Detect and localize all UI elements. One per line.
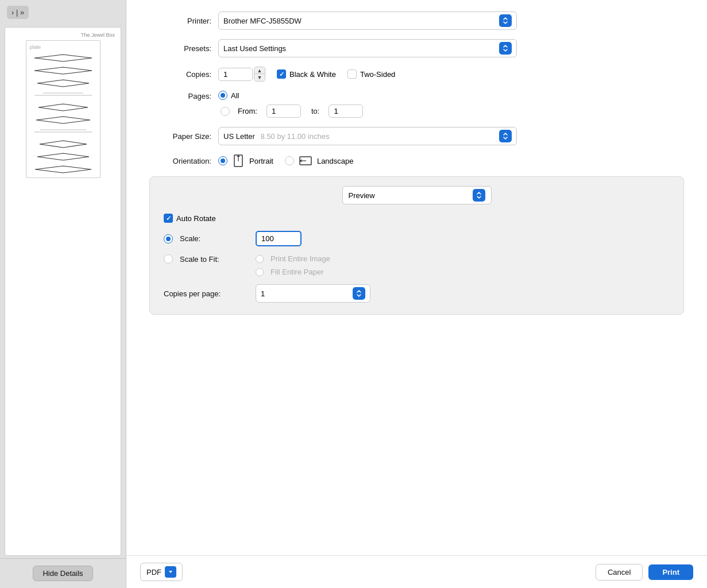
printer-label: Printer: bbox=[149, 17, 218, 25]
pdf-dropdown-icon[interactable] bbox=[165, 566, 176, 578]
auto-rotate-checkbox-label[interactable]: ✓ Auto Rotate bbox=[164, 214, 216, 223]
print-form: Printer: Brother MFC-J5855DW Presets: La… bbox=[126, 0, 707, 555]
presets-select[interactable]: Last Used Settings bbox=[218, 39, 517, 57]
svg-marker-0 bbox=[34, 55, 92, 61]
svg-marker-10 bbox=[37, 153, 89, 160]
scale-to-fit-options: Print Entire Image Fill Entire Paper bbox=[256, 254, 330, 276]
two-sided-checkbox[interactable]: ✓ bbox=[347, 69, 357, 79]
scale-input[interactable]: 100 bbox=[256, 231, 302, 246]
scale-group: Scale: bbox=[164, 234, 256, 243]
pages-to-input[interactable]: 1 bbox=[329, 105, 363, 118]
shape-row-5 bbox=[30, 103, 96, 112]
pages-group: All From: 1 to: 1 bbox=[218, 91, 363, 118]
auto-rotate-label: Auto Rotate bbox=[176, 214, 216, 223]
paper-size-select[interactable]: US Letter 8.50 by 11.00 inches bbox=[218, 127, 517, 145]
auto-rotate-checkbox[interactable]: ✓ bbox=[164, 214, 173, 223]
orientation-label: Orientation: bbox=[149, 157, 218, 165]
app-select-value: Preview bbox=[349, 191, 375, 200]
sidebar: › | » The Jewel Box plate bbox=[0, 0, 126, 588]
bottom-bar: PDF Cancel Print bbox=[126, 555, 707, 588]
pages-all-radio-dot bbox=[221, 93, 225, 98]
shape-row-3 bbox=[30, 79, 96, 88]
sidebar-toolbar: › | » bbox=[0, 0, 126, 25]
copies-input[interactable]: 1 bbox=[218, 68, 253, 81]
scale-to-fit-row: Scale to Fit: Print Entire Image Fill En… bbox=[164, 254, 670, 276]
svg-marker-9 bbox=[40, 141, 87, 148]
pages-from-row: From: 1 to: 1 bbox=[221, 105, 363, 118]
pages-to-label: to: bbox=[311, 107, 319, 115]
presets-control: Last Used Settings bbox=[218, 39, 684, 57]
pages-label: Pages: bbox=[149, 91, 218, 100]
scale-row: Scale: 100 bbox=[164, 231, 670, 246]
sub-panel: Preview ✓ Auto Rotate bbox=[149, 176, 684, 315]
pdf-button[interactable]: PDF bbox=[140, 563, 183, 581]
svg-marker-1 bbox=[34, 67, 92, 74]
shape-row-1 bbox=[30, 53, 96, 63]
auto-rotate-row: ✓ Auto Rotate bbox=[164, 214, 670, 223]
sidebar-nav-btn1[interactable]: › | » bbox=[7, 6, 29, 19]
printer-arrow-icon bbox=[499, 14, 512, 27]
copies-decrement-button[interactable]: ▼ bbox=[254, 74, 265, 81]
portrait-label: Portrait bbox=[249, 157, 273, 165]
svg-marker-2 bbox=[37, 80, 89, 87]
two-sided-checkbox-label[interactable]: ✓ Two-Sided bbox=[347, 69, 395, 79]
portrait-radio-label[interactable]: Portrait bbox=[218, 154, 273, 167]
pages-from-label: From: bbox=[238, 107, 257, 115]
shape-row-6 bbox=[30, 115, 96, 125]
black-white-checkbox[interactable]: ✓ bbox=[277, 69, 286, 79]
shape-row-2 bbox=[30, 66, 96, 75]
print-entire-radio-label[interactable]: Print Entire Image bbox=[256, 254, 330, 263]
landscape-radio-label[interactable]: Landscape bbox=[285, 155, 354, 167]
paper-size-dim: 8.50 by 11.00 inches bbox=[261, 132, 330, 141]
black-white-checkbox-label[interactable]: ✓ Black & White bbox=[277, 69, 336, 79]
scale-to-fit-label: Scale to Fit: bbox=[180, 255, 219, 264]
black-white-label: Black & White bbox=[289, 70, 336, 79]
scale-radio-label[interactable]: Scale: bbox=[164, 234, 256, 243]
cancel-button[interactable]: Cancel bbox=[596, 564, 643, 581]
landscape-radio[interactable] bbox=[285, 156, 294, 165]
copies-label: Copies: bbox=[149, 70, 218, 79]
black-white-checkmark: ✓ bbox=[279, 71, 284, 78]
hide-details-button[interactable]: Hide Details bbox=[33, 566, 92, 581]
scale-to-fit-radio[interactable] bbox=[164, 254, 173, 264]
copies-row: Copies: 1 ▲ ▼ ✓ Black & White ✓ bbox=[149, 67, 684, 82]
svg-marker-11 bbox=[35, 166, 91, 173]
pages-row: Pages: All From: 1 to: 1 bbox=[149, 91, 684, 118]
paper-size-control: US Letter 8.50 by 11.00 inches bbox=[218, 127, 684, 145]
pages-control: All From: 1 to: 1 bbox=[218, 91, 684, 118]
portrait-radio[interactable] bbox=[218, 156, 227, 165]
copies-increment-button[interactable]: ▲ bbox=[254, 67, 265, 74]
copies-per-page-value: 1 bbox=[261, 289, 265, 298]
scale-radio[interactable] bbox=[164, 234, 173, 243]
fill-paper-radio[interactable] bbox=[256, 268, 264, 276]
scale-to-fit-group: Scale to Fit: bbox=[164, 254, 256, 264]
printer-select[interactable]: Brother MFC-J5855DW bbox=[218, 11, 517, 30]
copies-per-page-select[interactable]: 1 bbox=[256, 284, 370, 303]
pdf-label: PDF bbox=[146, 568, 161, 577]
scale-to-fit-radio-label[interactable]: Scale to Fit: bbox=[164, 254, 256, 264]
orientation-control: Portrait Landscape bbox=[218, 154, 684, 167]
pages-from-radio[interactable] bbox=[221, 107, 230, 116]
pages-all-radio-label[interactable]: All bbox=[218, 91, 363, 100]
paper-size-row: Paper Size: US Letter 8.50 by 11.00 inch… bbox=[149, 127, 684, 145]
pages-from-input[interactable]: 1 bbox=[266, 105, 301, 118]
printer-control: Brother MFC-J5855DW bbox=[218, 11, 684, 30]
fill-paper-radio-label[interactable]: Fill Entire Paper bbox=[256, 268, 330, 276]
scale-radio-dot bbox=[166, 237, 171, 241]
printer-row: Printer: Brother MFC-J5855DW bbox=[149, 11, 684, 30]
paper-size-label: Paper Size: bbox=[149, 132, 218, 141]
main-panel: Printer: Brother MFC-J5855DW Presets: La… bbox=[126, 0, 707, 588]
portrait-icon bbox=[233, 154, 244, 167]
print-button[interactable]: Print bbox=[648, 564, 693, 580]
print-entire-radio[interactable] bbox=[256, 255, 264, 263]
auto-rotate-checkmark: ✓ bbox=[166, 215, 171, 222]
app-select[interactable]: Preview bbox=[342, 186, 492, 204]
paper-size-arrow-icon bbox=[499, 130, 512, 142]
page-label: plate bbox=[30, 44, 96, 50]
sub-panel-header: Preview bbox=[164, 186, 670, 204]
paper-size-content: US Letter 8.50 by 11.00 inches bbox=[223, 132, 330, 141]
landscape-label: Landscape bbox=[317, 157, 354, 165]
presets-label: Presets: bbox=[149, 44, 218, 53]
pages-all-radio[interactable] bbox=[218, 91, 227, 100]
paper-size-main: US Letter bbox=[223, 132, 255, 141]
